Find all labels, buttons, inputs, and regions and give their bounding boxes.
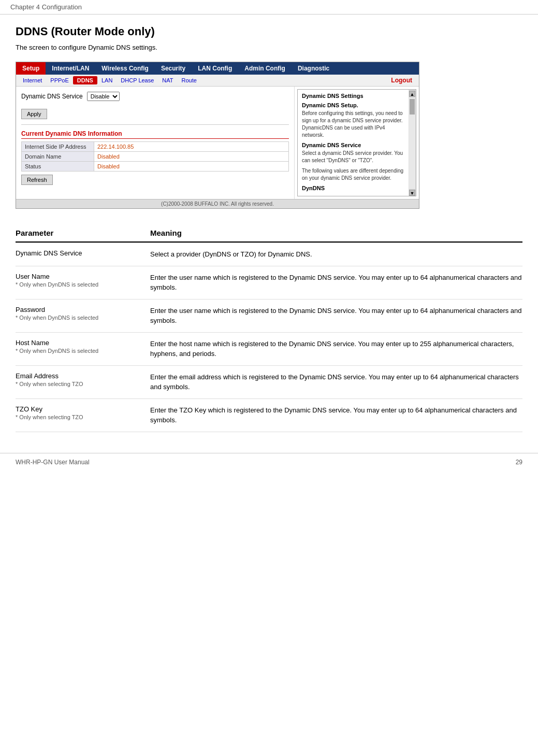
apply-button[interactable]: Apply (21, 109, 47, 119)
dns-service-select[interactable]: Disable (87, 92, 120, 101)
page-footer-left: WHR-HP-GN User Manual (16, 459, 90, 466)
scrollbar-down[interactable]: ▼ (409, 190, 415, 196)
param-username: User Name * Only when DynDNS is selected (16, 266, 150, 299)
apply-button-container: Apply (21, 106, 289, 119)
dns-service-row: Dynamic DNS Service Disable (21, 92, 289, 101)
scrollbar-thumb[interactable] (410, 99, 415, 115)
scrollbar-track (409, 98, 415, 189)
meaning-col-header: Meaning (150, 224, 522, 242)
meaning-email: Enter the email address which is registe… (150, 365, 522, 398)
nav-bar: Setup Internet/LAN Wireless Config Secur… (16, 62, 419, 75)
meaning-password: Enter the user name which is registered … (150, 299, 522, 332)
logout-link[interactable]: Logout (391, 77, 416, 84)
param-col-header: Parameter (16, 224, 150, 242)
nav-wireless-config[interactable]: Wireless Config (95, 62, 155, 75)
table-row: User Name * Only when DynDNS is selected… (16, 266, 522, 299)
table-row: Host Name * Only when DynDNS is selected… (16, 332, 522, 365)
scrollbar[interactable]: ▲ ▼ (409, 90, 416, 196)
table-row: Email Address * Only when selecting TZO … (16, 365, 522, 398)
table-row: TZO Key * Only when selecting TZO Enter … (16, 398, 522, 432)
sub-nav-lan[interactable]: LAN (97, 76, 117, 84)
nav-lan-config[interactable]: LAN Config (192, 62, 238, 75)
refresh-button[interactable]: Refresh (21, 175, 53, 185)
table-row: Status Disabled (22, 162, 289, 172)
sub-nav-nat[interactable]: NAT (158, 76, 177, 84)
current-info-table: Internet Side IP Address 222.14.100.85 D… (21, 141, 289, 172)
sub-nav-ddns[interactable]: DDNS (73, 76, 97, 84)
params-header-row: Parameter Meaning (16, 224, 522, 242)
section-title: DDNS (Router Mode only) (16, 25, 522, 38)
help-panel: Dynamic DNS Settings Dynamic DNS Setup. … (298, 90, 409, 196)
scrollbar-up[interactable]: ▲ (409, 91, 415, 97)
page-content: DDNS (Router Mode only) The screen to co… (0, 15, 538, 443)
meaning-hostname: Enter the host name which is registered … (150, 332, 522, 365)
page-footer: WHR-HP-GN User Manual 29 (0, 453, 538, 471)
status-value: Disabled (94, 162, 289, 172)
sub-nav-internet[interactable]: Internet (19, 76, 46, 84)
current-info-title: Current Dynamic DNS Information (21, 130, 289, 139)
sub-nav-route[interactable]: Route (178, 76, 201, 84)
sub-nav-pppoe[interactable]: PPPoE (46, 76, 72, 84)
nav-internet-lan[interactable]: Internet/LAN (46, 62, 95, 75)
dns-service-label: Dynamic DNS Service (21, 93, 83, 100)
sub-nav: Internet PPPoE DDNS LAN DHCP Lease NAT R… (16, 75, 419, 87)
router-footer: (C)2000-2008 BUFFALO INC. All rights res… (16, 199, 419, 208)
meaning-username: Enter the user name which is registered … (150, 266, 522, 299)
nav-setup-label: Setup (22, 65, 39, 72)
nav-diagnostic[interactable]: Diagnostic (292, 62, 336, 75)
nav-security-label: Security (161, 65, 185, 72)
chapter-header: Chapter 4 Configuration (0, 0, 538, 15)
ip-value: 222.14.100.85 (94, 142, 289, 152)
help-service-text: Select a dynamic DNS service provider. Y… (302, 150, 404, 164)
status-label: Status (22, 162, 94, 172)
param-password: Password * Only when DynDNS is selected (16, 299, 150, 332)
nav-internet-lan-label: Internet/LAN (52, 65, 89, 72)
param-hostname: Host Name * Only when DynDNS is selected (16, 332, 150, 365)
nav-wireless-config-label: Wireless Config (101, 65, 149, 72)
help-following-text: The following values are different depen… (302, 167, 404, 182)
parameters-section: Parameter Meaning Dynamic DNS Service Se… (16, 224, 522, 432)
help-service-heading: Dynamic DNS Service (302, 142, 404, 148)
help-setup-text: Before configuring this settings, you ne… (302, 110, 404, 139)
meaning-tzo-key: Enter the TZO Key which is registered to… (150, 398, 522, 432)
meaning-dns-service: Select a provider (DynDNS or TZO) for Dy… (150, 243, 522, 266)
help-panel-title: Dynamic DNS Settings (302, 93, 404, 99)
param-dns-service: Dynamic DNS Service (16, 243, 150, 266)
table-row: Internet Side IP Address 222.14.100.85 (22, 142, 289, 152)
nav-admin-config-label: Admin Config (244, 65, 285, 72)
router-ui: Setup Internet/LAN Wireless Config Secur… (16, 62, 419, 209)
chapter-header-text: Chapter 4 Configuration (10, 3, 82, 11)
domain-label: Domain Name (22, 152, 94, 162)
page-footer-right: 29 (516, 459, 522, 466)
help-setup-heading: Dynamic DNS Setup. (302, 102, 404, 108)
help-content: Dynamic DNS Settings Dynamic DNS Setup. … (298, 90, 409, 196)
param-email: Email Address * Only when selecting TZO (16, 365, 150, 398)
domain-value: Disabled (94, 152, 289, 162)
router-left-panel: Dynamic DNS Service Disable Apply Curren… (16, 87, 295, 199)
sub-nav-dhcp-lease[interactable]: DHCP Lease (117, 76, 158, 84)
nav-diagnostic-label: Diagnostic (298, 65, 329, 72)
table-row: Domain Name Disabled (22, 152, 289, 162)
table-row: Password * Only when DynDNS is selected … (16, 299, 522, 332)
router-right-panel: Dynamic DNS Settings Dynamic DNS Setup. … (297, 89, 416, 196)
help-scroll-container: Dynamic DNS Settings Dynamic DNS Setup. … (298, 90, 416, 196)
table-row: Dynamic DNS Service Select a provider (D… (16, 243, 522, 266)
nav-admin-config[interactable]: Admin Config (238, 62, 292, 75)
param-tzo-key: TZO Key * Only when selecting TZO (16, 398, 150, 432)
nav-lan-config-label: LAN Config (198, 65, 232, 72)
router-main: Dynamic DNS Service Disable Apply Curren… (16, 87, 419, 199)
parameters-table: Parameter Meaning Dynamic DNS Service Se… (16, 224, 522, 432)
nav-security[interactable]: Security (155, 62, 192, 75)
help-dyndns-heading: DynDNS (302, 185, 404, 191)
nav-setup[interactable]: Setup (16, 62, 46, 75)
ip-label: Internet Side IP Address (22, 142, 94, 152)
section-description: The screen to configure Dynamic DNS sett… (16, 44, 522, 51)
